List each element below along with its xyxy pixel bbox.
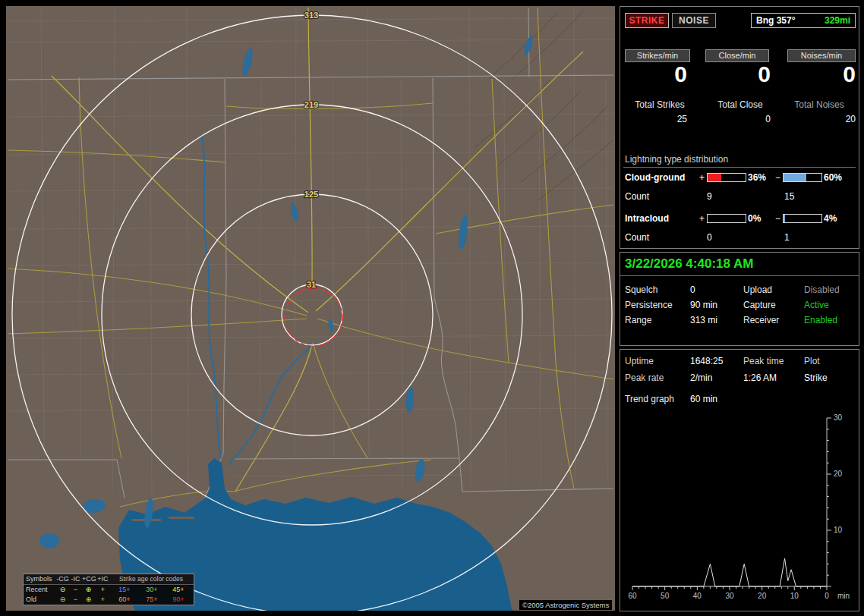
- datetime-display: 3/22/2026 4:40:18 AM: [625, 256, 753, 272]
- age-45: 45+: [166, 585, 191, 595]
- cg-positive-bar: [707, 173, 746, 182]
- ring-label-125: 125: [304, 190, 318, 199]
- range-value: 329mi: [825, 14, 850, 27]
- legend-col-pcg: +CG: [82, 574, 95, 584]
- svg-text:20: 20: [758, 592, 767, 600]
- legend-old-label: Old: [26, 595, 56, 605]
- legend-age-header: Strike age color codes: [111, 574, 191, 584]
- old-nic-icon: −: [69, 595, 82, 605]
- divider: [620, 275, 859, 276]
- total-strikes-label: Total Strikes: [620, 99, 699, 110]
- ic-positive-bar: [707, 214, 746, 223]
- legend-col-ncg: -CG: [56, 574, 69, 584]
- map-legend: Symbols -CG -IC +CG +IC Strike age color…: [23, 574, 194, 605]
- squelch-label: Squelch: [625, 284, 657, 295]
- legend-recent-label: Recent: [26, 585, 56, 595]
- squelch-value: 0: [690, 284, 695, 295]
- svg-text:10: 10: [834, 526, 843, 534]
- trend-window-value: 60 min: [690, 394, 717, 404]
- svg-text:50: 50: [661, 592, 670, 600]
- capture-label: Capture: [743, 300, 776, 310]
- plus-sign: +: [699, 172, 705, 183]
- trend-panel: Uptime 1648:25 Peak time Plot Peak rate …: [620, 349, 859, 611]
- intracloud-label: Intracloud: [625, 213, 669, 224]
- status-panel: 3/22/2026 4:40:18 AM Squelch 0 Upload Di…: [620, 252, 859, 346]
- ring-label-219: 219: [304, 100, 318, 109]
- divider: [623, 167, 856, 168]
- bearing-value: Bng 357°: [756, 14, 795, 27]
- recent-nic-icon: −: [69, 585, 82, 595]
- legend-col-nic: -IC: [69, 574, 82, 584]
- recent-ncg-icon: ⊖: [56, 585, 69, 595]
- total-noises-label: Total Noises: [780, 99, 859, 110]
- peak-rate-label: Peak rate: [625, 372, 664, 383]
- upload-status: Disabled: [804, 284, 840, 295]
- cg-negative-pct: 60%: [824, 172, 842, 183]
- persistence-value: 90 min: [690, 300, 717, 310]
- uptime-value: 1648:25: [690, 356, 723, 366]
- cg-count-label: Count: [625, 191, 649, 202]
- strikes-per-min-button[interactable]: Strikes/min: [625, 49, 690, 62]
- age-15: 15+: [111, 585, 138, 595]
- lightning-map[interactable]: 313 219 125 31 Symbols -CG -IC +CG +IC S…: [6, 6, 615, 611]
- persistence-label: Persistence: [625, 300, 673, 310]
- ring-label-313: 313: [304, 11, 318, 20]
- age-60: 60+: [111, 595, 138, 605]
- total-strikes-value: 25: [620, 114, 687, 124]
- range-label: Range: [625, 315, 651, 325]
- close-per-min-button[interactable]: Close/min: [705, 49, 769, 62]
- trend-graph: 1020306050403020100min: [626, 410, 854, 606]
- ic-negative-bar: [783, 214, 822, 223]
- legend-symbols-header: Symbols: [26, 574, 56, 584]
- plot-label: Plot: [804, 356, 820, 366]
- old-pic-icon: +: [95, 595, 111, 605]
- svg-text:min: min: [837, 592, 850, 600]
- distribution-title: Lightning type distribution: [625, 154, 728, 165]
- plot-value: Strike: [804, 372, 828, 383]
- ic-negative-pct: 4%: [824, 213, 837, 224]
- age-75: 75+: [138, 595, 166, 605]
- minus-sign: −: [775, 213, 780, 224]
- noises-per-min-button[interactable]: Noises/min: [787, 49, 856, 62]
- recent-pic-icon: +: [95, 585, 111, 595]
- map-canvas: 313 219 125 31: [6, 6, 615, 611]
- cg-positive-pct: 36%: [748, 172, 766, 183]
- strike-button[interactable]: STRIKE: [625, 13, 669, 28]
- strike-counter-panel: STRIKE NOISE Bng 357° 329mi Strikes/min …: [620, 6, 859, 249]
- minus-sign: −: [775, 172, 780, 183]
- svg-text:0: 0: [825, 592, 829, 600]
- peak-rate-value: 2/min: [690, 372, 712, 383]
- age-30: 30+: [138, 585, 166, 595]
- svg-text:10: 10: [790, 592, 799, 600]
- close-per-min-value: 0: [704, 61, 771, 87]
- cg-negative-bar: [783, 173, 822, 182]
- receiver-status: Enabled: [804, 315, 837, 325]
- plus-sign: +: [699, 213, 705, 224]
- peak-time-label: Peak time: [743, 356, 784, 366]
- trend-graph-label: Trend graph: [625, 394, 674, 404]
- legend-col-pic: +IC: [95, 574, 111, 584]
- strikes-per-min-value: 0: [620, 61, 687, 87]
- svg-text:60: 60: [628, 592, 637, 600]
- ic-negative-count: 1: [784, 232, 790, 243]
- cloud-ground-label: Cloud-ground: [625, 172, 685, 183]
- svg-text:20: 20: [834, 470, 843, 478]
- old-pcg-icon: ⊕: [82, 595, 95, 605]
- cg-positive-count: 9: [707, 191, 712, 202]
- peak-time-value: 1:26 AM: [743, 372, 777, 383]
- total-noises-value: 20: [789, 114, 856, 124]
- age-90: 90+: [166, 595, 191, 605]
- copyright-text: ©2005 Astrogenic Systems: [519, 600, 612, 610]
- old-ncg-icon: ⊖: [56, 595, 69, 605]
- ic-positive-pct: 0%: [748, 213, 761, 224]
- capture-status: Active: [804, 300, 829, 310]
- uptime-label: Uptime: [625, 356, 654, 366]
- ic-count-label: Count: [625, 232, 649, 243]
- receiver-label: Receiver: [743, 315, 779, 325]
- total-close-label: Total Close: [701, 99, 780, 110]
- upload-label: Upload: [743, 284, 772, 295]
- recent-pcg-icon: ⊕: [82, 585, 95, 595]
- noise-button[interactable]: NOISE: [672, 13, 716, 28]
- svg-text:40: 40: [693, 592, 702, 600]
- svg-text:30: 30: [834, 413, 843, 422]
